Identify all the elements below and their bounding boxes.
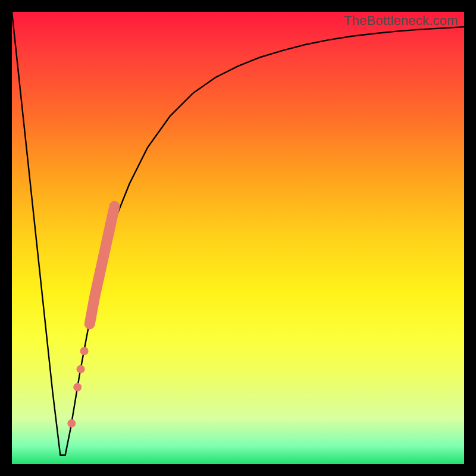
highlight-dot [67, 419, 76, 428]
highlight-dot [73, 383, 82, 392]
highlight-dot [77, 365, 85, 373]
curve-svg [12, 12, 464, 464]
highlight-segment [67, 206, 114, 428]
chart-frame: TheBottleneck.com [0, 0, 476, 476]
highlight-stroke [90, 206, 115, 324]
plot-area: TheBottleneck.com [12, 12, 464, 464]
highlight-dot [80, 347, 89, 355]
